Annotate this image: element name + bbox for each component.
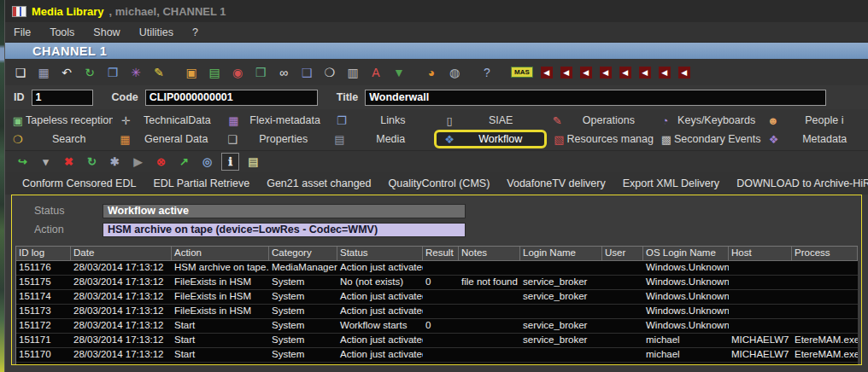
delete-icon[interactable]: ✖ (60, 153, 78, 171)
title-input[interactable] (365, 90, 826, 106)
media-library-icon (12, 6, 26, 17)
setup-icon[interactable]: ✱ (106, 153, 124, 171)
menu-item-utilities[interactable]: Utilities (139, 26, 173, 38)
video-clip-icon[interactable]: ▣ (183, 64, 200, 81)
info-icon[interactable]: ℹ (221, 153, 239, 171)
title-context: , michael, CHANNEL 1 (109, 5, 226, 18)
column-header-login-name[interactable]: Login Name (520, 247, 602, 261)
column-header-process[interactable]: Process (792, 247, 858, 261)
new-document-icon[interactable]: ❏ (12, 64, 29, 81)
images-icon[interactable]: ❒ (252, 64, 269, 81)
column-header-status[interactable]: Status (337, 247, 423, 261)
dropdown-icon[interactable]: ▾ (37, 153, 55, 171)
table-row[interactable]: 15117528/03/2014 17:13:12FileExists in H… (16, 276, 858, 290)
tab-people-i[interactable]: ☻People i (760, 111, 868, 130)
workstation-icon[interactable]: ▥ (344, 64, 361, 81)
table-row[interactable]: 15117628/03/2014 17:13:12HSM archive on … (16, 261, 858, 276)
level-marker-icon[interactable]: ◀ (619, 67, 631, 78)
tab-metadata[interactable]: ❖Metadata (761, 130, 868, 148)
level-marker-icon[interactable]: ◀ (659, 67, 671, 78)
reload-icon[interactable]: ↻ (83, 153, 101, 171)
column-header-date[interactable]: Date (71, 247, 172, 261)
archive-icon[interactable]: ▤ (244, 153, 262, 171)
edit-icon[interactable]: ✎ (150, 64, 167, 81)
level-marker-icon[interactable]: ◀ (639, 67, 651, 78)
tab-secondary-events[interactable]: ▩Secondary Events (654, 130, 761, 148)
column-header-notes[interactable]: Notes (459, 247, 520, 261)
workflow-tab-conform-censored-edl[interactable]: Conform Censored EDL (15, 175, 143, 192)
tab-flexi-metadata[interactable]: ▦Flexi-metadata (221, 111, 329, 130)
workflow-tab-gen21-asset-changed[interactable]: Gen21 asset changed (260, 175, 378, 192)
table-row[interactable]: 15117028/03/2014 17:13:12StartSystemActi… (16, 348, 858, 363)
mas-badge-icon[interactable]: MAS (511, 67, 533, 78)
column-header-category[interactable]: Category (269, 247, 337, 261)
column-header-os-login-name[interactable]: OS Login Name (643, 247, 729, 261)
film-preview-icon[interactable]: ◉ (229, 64, 246, 81)
menu-item-file[interactable]: File (14, 26, 31, 38)
save-icon[interactable]: ▦ (35, 64, 52, 81)
document-preview-icon[interactable]: ❍ (321, 64, 338, 81)
workflow-tab-edl-partial-retrieve[interactable]: EDL Partial Retrieve (146, 175, 256, 192)
level-marker-icon[interactable]: ◀ (600, 67, 612, 78)
tab-search[interactable]: ❍Search (5, 130, 113, 148)
layers-icon[interactable]: ❑ (298, 64, 315, 81)
table-row[interactable]: 15117328/03/2014 17:13:12FileExists in H… (16, 305, 858, 319)
tab-operations[interactable]: ✎Operations (544, 111, 652, 130)
undo-icon[interactable]: ↶ (58, 64, 75, 81)
id-input[interactable] (32, 90, 93, 106)
batch-modify-icon[interactable]: ✳ (127, 64, 144, 81)
disc-icon[interactable]: ◍ (446, 64, 463, 81)
stop-icon[interactable]: ⊗ (152, 153, 170, 171)
refresh-icon[interactable]: ↻ (81, 64, 98, 81)
code-input[interactable] (145, 90, 318, 106)
table-row[interactable]: 15117428/03/2014 17:13:12FileExists in H… (16, 290, 858, 305)
binoculars-icon[interactable]: ∞ (275, 64, 292, 81)
cell-host (729, 305, 792, 318)
tab-workflow[interactable]: ❖Workflow (434, 130, 547, 148)
export-box-icon[interactable]: ▼ (390, 64, 408, 81)
column-header-id-log[interactable]: ID log (16, 247, 71, 261)
workflow-tab-vodafonetv-delivery[interactable]: VodafoneTV delivery (500, 175, 612, 192)
workflow-log-table: ID logDateActionCategoryStatusResultNote… (15, 246, 858, 364)
level-marker-icon[interactable]: ◀ (580, 67, 592, 78)
media-icon: ▤ (332, 133, 348, 146)
cell-os-login-name: Windows.Unknown (643, 319, 729, 333)
resume-icon[interactable]: ↗ (175, 153, 193, 171)
column-header-host[interactable]: Host (729, 247, 792, 261)
tab-keys-keyboards[interactable]: ◔Keys/Keyboards (653, 111, 760, 130)
copy-icon[interactable]: ❐ (104, 64, 121, 81)
cell-notes (459, 348, 520, 362)
menu-item-show[interactable]: Show (93, 26, 120, 38)
column-header-result[interactable]: Result (423, 247, 459, 261)
tab-properties[interactable]: ❑Properties (220, 130, 327, 148)
workflow-tab-export-xml-delivery[interactable]: Export XML Delivery (616, 175, 726, 192)
menu-item-tools[interactable]: Tools (50, 26, 74, 38)
cell-login-name: service_broker (520, 319, 602, 333)
tab-tapeless-reception[interactable]: ▣Tapeless reception (5, 111, 113, 130)
help-select-icon[interactable]: ? (478, 64, 496, 81)
level-marker-icon[interactable]: ◀ (678, 67, 690, 78)
workflow-tab-download-to-archive-hires[interactable]: DOWNLOAD to Archive-HiRes (730, 175, 868, 192)
workflow-tab-qualitycontrol-cms[interactable]: QualityControl (CMS) (382, 175, 497, 192)
column-header-action[interactable]: Action (172, 247, 269, 261)
filmstrip-icon[interactable]: ▤ (206, 64, 223, 81)
menu-item--[interactable]: ? (192, 26, 198, 38)
table-row[interactable]: 15117228/03/2014 17:13:12StartSystemWork… (16, 319, 858, 334)
tab-resources-management[interactable]: ▧Resources management (547, 130, 654, 148)
tab-technicaldata[interactable]: ✛TechnicalData (113, 111, 220, 130)
spellcheck-abc-icon[interactable]: A (367, 64, 384, 81)
cell-host: MICHAELW7 (729, 334, 792, 347)
level-marker-icon[interactable]: ◀ (560, 67, 572, 78)
level-marker-icon[interactable]: ◀ (541, 67, 553, 78)
table-row[interactable]: 15117128/03/2014 17:13:12StartSystemActi… (16, 334, 858, 348)
tab-general-data[interactable]: ▦General Data (113, 130, 220, 148)
column-header-user[interactable]: User (602, 247, 643, 261)
media-player-icon[interactable]: ◕ (423, 64, 440, 81)
run-action-icon[interactable]: ↪ (14, 153, 32, 171)
tab-media[interactable]: ▤Media (327, 130, 435, 148)
cell-date: 28/03/2014 17:13:12 (71, 290, 172, 304)
play-icon[interactable]: ▶ (129, 153, 147, 171)
monitor-icon[interactable]: ◎ (198, 153, 216, 171)
tab-links[interactable]: ❐Links (329, 111, 437, 130)
tab-siae[interactable]: ▯SIAE (437, 111, 544, 130)
